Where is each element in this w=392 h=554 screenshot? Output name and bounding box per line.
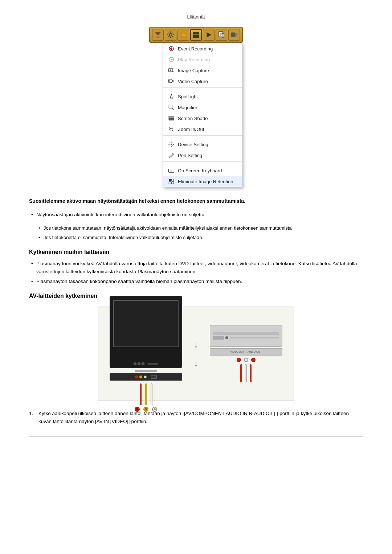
menu-item-screen-shade[interactable]: Screen Shade <box>163 113 242 124</box>
toolbar-icon-gear[interactable] <box>165 29 176 41</box>
tv-unit <box>110 296 182 368</box>
svg-rect-3 <box>193 32 196 34</box>
svg-point-14 <box>170 48 172 50</box>
section1-bullet-1: Plasmanäyttöön voi kytkeä AV-lähdöllä va… <box>29 260 363 275</box>
eliminate-icon <box>168 178 175 185</box>
svg-rect-20 <box>169 79 172 83</box>
section1-bullet-text-1: Plasmanäyttöön voi kytkeä AV-lähdöllä va… <box>36 261 357 274</box>
svg-rect-11 <box>231 33 236 37</box>
av-image-area: ↓ ↓ VIDEO O <box>29 307 363 401</box>
sub-bullet-2: Jos tietokonetta ei sammuteta: Interakti… <box>29 234 363 242</box>
toolbar-icon-play[interactable] <box>203 29 215 41</box>
menu-item-eliminate[interactable]: Eliminate Image Retention <box>163 176 242 187</box>
device-setting-icon <box>168 141 175 148</box>
menu-item-image-capture[interactable]: Image Capture <box>163 65 242 76</box>
svg-rect-27 <box>169 116 174 118</box>
toolbar-icon-grid[interactable] <box>190 29 202 41</box>
dropdown-menu: Event Recording Play Recording Image Cap… <box>163 43 243 187</box>
bullet-item-1: Näytönsäästäjän aktivointi, kun interakt… <box>29 211 363 219</box>
play-recording-icon <box>168 56 175 63</box>
menu-item-pen-setting[interactable]: Pen Setting <box>163 150 242 162</box>
section1-bullet-2: Plasmanäytön takaosan kokoonpano saattaa… <box>29 278 363 286</box>
menu-item-spotlight[interactable]: SpotLight <box>163 90 242 102</box>
top-divider <box>29 11 363 11</box>
svg-rect-42 <box>169 179 171 181</box>
sub-bullets: Jos tietokone sammutetaan: näytönsäästäj… <box>29 225 363 242</box>
menu-item-video-capture[interactable]: Video Capture <box>163 76 242 88</box>
svg-rect-10 <box>222 33 224 37</box>
header-title: Liitännät <box>187 14 205 20</box>
menu-label-spotlight: SpotLight <box>178 94 198 99</box>
toolbar-icon-star[interactable] <box>177 29 189 41</box>
svg-marker-2 <box>180 32 187 38</box>
svg-point-1 <box>169 33 172 36</box>
intro-paragraph: Suosittelemme aktivoimaan näytönsäästäjä… <box>29 197 363 205</box>
section2-heading: AV-laitteiden kytkeminen <box>29 293 363 299</box>
sub-bullet-1: Jos tietokone sammutetaan: näytönsäästäj… <box>29 225 363 232</box>
sub-bullet-text-1: Jos tietokone sammutetaan: näytönsäästäj… <box>44 225 292 231</box>
dvd-section: VIDEO OUT AUDIO OUT <box>210 325 282 382</box>
menu-item-magnifier[interactable]: Magnifier <box>163 102 242 113</box>
sub-bullet-text-2: Jos tietokonetta ei sammuteta: Interakti… <box>44 235 203 240</box>
page-header: Liitännät <box>29 14 363 20</box>
menu-item-play-recording[interactable]: Play Recording <box>163 54 242 65</box>
toolbar <box>149 27 243 43</box>
menu-label-pen-setting: Pen Setting <box>178 153 202 158</box>
screen-shade-icon <box>168 115 175 122</box>
menu-item-event-recording[interactable]: Event Recording <box>163 43 242 54</box>
numbered-list: 1. Kytke äänikaapeli ulkoisen laitteen ä… <box>29 410 363 425</box>
svg-rect-44 <box>169 182 171 184</box>
spotlight-icon <box>168 93 175 100</box>
menu-label-keyboard: On Screen Keyboard <box>178 168 222 173</box>
section1-heading: Kytkeminen muihin laitteisiin <box>29 249 363 255</box>
numbered-text-1: Kytke äänikaapeli ulkoisen laitteen ääne… <box>38 410 363 425</box>
numbered-item-1: 1. Kytke äänikaapeli ulkoisen laitteen ä… <box>29 410 363 425</box>
toolbar-menu-wrapper: Event Recording Play Recording Image Cap… <box>149 27 243 187</box>
svg-marker-16 <box>171 58 173 61</box>
tv-screen <box>113 300 179 347</box>
menu-label-image-capture: Image Capture <box>178 68 209 73</box>
av-diagram: ↓ ↓ VIDEO O <box>98 307 294 401</box>
svg-marker-21 <box>172 80 174 83</box>
bottom-divider <box>29 436 363 436</box>
toolbar-icon-video[interactable] <box>228 29 240 41</box>
number-1: 1. <box>29 410 36 425</box>
menu-item-zoom[interactable]: Zoom In/Out <box>163 124 242 136</box>
svg-line-25 <box>172 108 173 110</box>
menu-sep-3 <box>163 163 242 163</box>
section1-bullet-text-2: Plasmanäytön takaosan kokoonpano saattaa… <box>36 279 242 284</box>
svg-point-32 <box>171 144 172 145</box>
menu-label-screen-shade: Screen Shade <box>178 116 208 121</box>
toolbar-icon-record[interactable] <box>152 29 164 41</box>
keyboard-icon <box>168 167 175 174</box>
intro-text: Suosittelemme aktivoimaan näytönsäästäjä… <box>29 198 245 204</box>
section1-bullets: Plasmanäyttöön voi kytkeä AV-lähdöllä va… <box>29 260 363 286</box>
svg-rect-4 <box>196 32 199 34</box>
svg-rect-43 <box>172 179 174 181</box>
menu-label-video-capture: Video Capture <box>178 79 208 84</box>
svg-point-23 <box>170 98 173 99</box>
toolbar-icon-document[interactable] <box>216 29 227 41</box>
menu-label-eliminate: Eliminate Image Retention <box>178 179 233 184</box>
zoom-icon <box>168 126 175 133</box>
svg-rect-18 <box>172 69 174 71</box>
svg-rect-45 <box>172 182 174 184</box>
main-content: Suosittelemme aktivoimaan näytönsäästäjä… <box>29 197 363 425</box>
magnifier-icon <box>168 104 175 111</box>
svg-point-19 <box>170 69 171 71</box>
menu-label-magnifier: Magnifier <box>178 105 197 110</box>
menu-label-play-recording: Play Recording <box>178 57 210 62</box>
svg-rect-34 <box>169 169 174 173</box>
menu-item-keyboard[interactable]: On Screen Keyboard <box>163 164 242 176</box>
svg-rect-6 <box>196 35 199 38</box>
menu-label-device-setting: Device Setting <box>178 142 208 147</box>
bullet-text-1: Näytönsäästäjän aktivointi, kun interakt… <box>36 212 204 217</box>
page-container: Liitännät <box>0 0 392 447</box>
menu-label-zoom: Zoom In/Out <box>178 127 204 132</box>
menu-label-event-recording: Event Recording <box>178 46 213 52</box>
connection-arrows: ↓ ↓ <box>193 338 199 369</box>
svg-marker-7 <box>207 32 212 38</box>
pen-setting-icon <box>168 152 175 159</box>
menu-item-device-setting[interactable]: Device Setting <box>163 138 242 150</box>
screenshot-area: Event Recording Play Recording Image Cap… <box>29 27 363 187</box>
